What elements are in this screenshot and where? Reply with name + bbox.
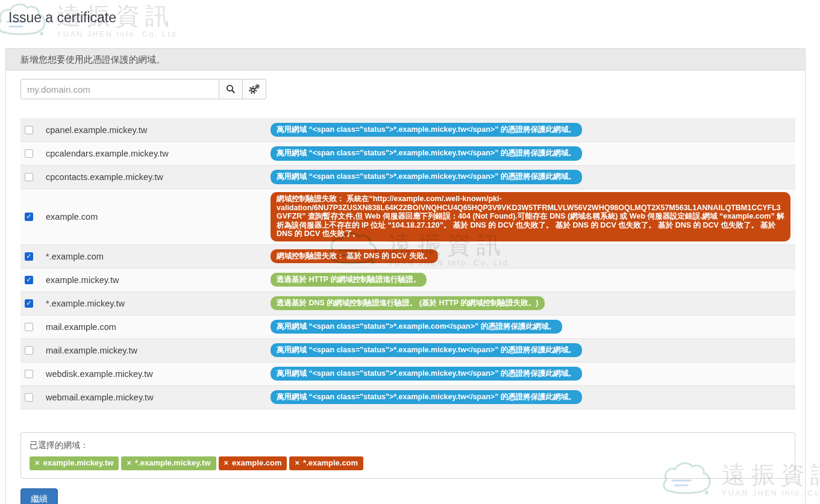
search-button[interactable]	[219, 79, 243, 99]
brand-subtitle: YUAN JHEN Info. Co. Ltd	[57, 30, 177, 39]
search-icon	[226, 84, 236, 94]
domain-name: example.mickey.tw	[46, 275, 271, 285]
selected-domain-tag[interactable]: ×*.example.com	[289, 456, 363, 470]
remove-domain-icon[interactable]: ×	[224, 458, 229, 468]
domain-table: cpanel.example.mickey.tw萬用網域 “<span clas…	[20, 118, 795, 409]
domain-name: cpcalendars.example.mickey.tw	[46, 149, 271, 158]
search-section	[6, 70, 805, 108]
domain-row: webdisk.example.mickey.tw萬用網域 “<span cla…	[20, 362, 795, 385]
domain-status-badge: 透過基於 DNS 的網域控制驗證進行驗證。 (基於 HTTP 的網域控制驗證失敗…	[271, 296, 545, 311]
domain-name: cpcontacts.example.mickey.tw	[46, 172, 271, 182]
domain-row: example.mickey.tw透過基於 HTTP 的網域控制驗證進行驗證。	[20, 268, 795, 291]
domain-checkbox[interactable]	[25, 393, 33, 402]
domain-row: *.example.mickey.tw透過基於 DNS 的網域控制驗證進行驗證。…	[20, 291, 795, 315]
search-settings-button[interactable]	[242, 79, 266, 99]
domain-checkbox[interactable]	[25, 173, 33, 181]
domain-status-badge: 網域控制驗證失敗： 系統在“http://example.com/.well-k…	[271, 192, 790, 241]
domain-row: cpcalendars.example.mickey.tw萬用網域 “<span…	[20, 142, 795, 165]
domain-status-badge: 萬用網域 “<span class="status">*.example.mic…	[271, 123, 582, 137]
selected-domains-label: 已選擇的網域：	[30, 440, 786, 451]
instruction-text: 新增您想要使用此憑證保護的網域。	[6, 49, 805, 70]
domain-row: mail.example.com萬用網域 “<span class="statu…	[20, 315, 795, 338]
domain-row: cpanel.example.mickey.tw萬用網域 “<span clas…	[20, 118, 795, 142]
domain-checkbox[interactable]	[25, 149, 33, 158]
gears-icon	[248, 84, 260, 95]
domain-row: cpcontacts.example.mickey.tw萬用網域 “<span …	[20, 165, 795, 188]
selected-domain-tag[interactable]: ×example.com	[219, 456, 287, 470]
selected-domain-tag[interactable]: ×*.example.mickey.tw	[121, 456, 216, 470]
domain-checkbox[interactable]	[25, 126, 33, 134]
domain-status-badge: 網域控制驗證失敗： 基於 DNS 的 DCV 失敗。	[271, 249, 438, 264]
remove-domain-icon[interactable]: ×	[35, 458, 40, 468]
selected-domain-text: *.example.com	[303, 458, 358, 468]
domain-status-badge: 透過基於 HTTP 的網域控制驗證進行驗證。	[271, 273, 427, 287]
domain-name: mail.example.mickey.tw	[46, 346, 271, 355]
selected-domain-tag[interactable]: ×example.mickey.tw	[30, 456, 119, 470]
domain-row: webmail.example.mickey.tw萬用網域 “<span cla…	[20, 385, 795, 409]
domain-name: webdisk.example.mickey.tw	[46, 369, 271, 379]
domain-name: *.example.mickey.tw	[46, 299, 271, 308]
selected-domain-text: example.com	[232, 458, 281, 468]
domain-row: example.com網域控制驗證失敗： 系統在“http://example.…	[20, 188, 795, 244]
continue-button[interactable]: 繼續	[20, 488, 58, 504]
domain-search-input[interactable]	[20, 79, 219, 99]
selected-domains-tags: ×example.mickey.tw×*.example.mickey.tw×e…	[30, 456, 786, 470]
selected-domain-text: *.example.mickey.tw	[135, 458, 211, 468]
domain-checkbox[interactable]	[25, 299, 33, 308]
domain-name: example.com	[46, 212, 271, 222]
domain-status-badge: 萬用網域 “<span class="status">*.example.com…	[271, 320, 562, 334]
domain-checkbox[interactable]	[25, 370, 33, 378]
domain-status-badge: 萬用網域 “<span class="status">*.example.mic…	[271, 367, 582, 381]
selected-domain-text: example.mickey.tw	[43, 458, 114, 468]
remove-domain-icon[interactable]: ×	[295, 458, 299, 468]
certificate-panel: 新增您想要使用此憑證保護的網域。	[5, 48, 806, 504]
page-title: Issue a certificate	[8, 7, 812, 28]
domain-row: *.example.com網域控制驗證失敗： 基於 DNS 的 DCV 失敗。	[20, 244, 795, 268]
domain-row: mail.example.mickey.tw萬用網域 “<span class=…	[20, 338, 795, 362]
domain-status-badge: 萬用網域 “<span class="status">*.example.mic…	[271, 170, 582, 184]
domain-status-badge: 萬用網域 “<span class="status">*.example.mic…	[271, 343, 582, 358]
domain-status-badge: 萬用網域 “<span class="status">*.example.mic…	[271, 146, 582, 161]
remove-domain-icon[interactable]: ×	[127, 458, 131, 468]
selected-domains-box: 已選擇的網域： ×example.mickey.tw×*.example.mic…	[20, 432, 795, 479]
domain-name: webmail.example.mickey.tw	[46, 393, 271, 402]
domain-checkbox[interactable]	[25, 323, 33, 331]
domain-checkbox[interactable]	[25, 252, 33, 261]
domain-status-badge: 萬用網域 “<span class="status">*.example.mic…	[271, 390, 582, 405]
domain-checkbox[interactable]	[25, 276, 33, 284]
domain-name: *.example.com	[46, 252, 271, 261]
domain-checkbox[interactable]	[25, 213, 33, 221]
domain-name: cpanel.example.mickey.tw	[46, 125, 271, 135]
domain-checkbox[interactable]	[25, 346, 33, 355]
domain-name: mail.example.com	[46, 322, 271, 332]
